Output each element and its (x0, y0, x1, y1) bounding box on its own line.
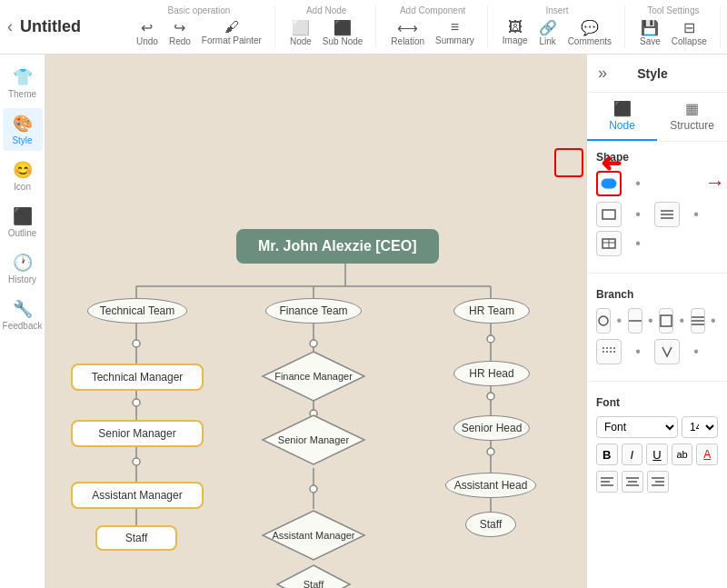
canvas[interactable]: Mr. John Alexzie [CEO] Technical Team Fi… (45, 55, 586, 588)
technical-manager-node[interactable]: Technical Manager (71, 364, 204, 391)
underline-button[interactable]: U (646, 443, 668, 465)
tab-node[interactable]: ⬛ Node (587, 93, 657, 141)
side-panel: 👕 Theme 🎨 Style 😊 Icon ⬛ Outline 🕐 Histo… (0, 55, 45, 588)
align-left-button[interactable] (596, 471, 618, 493)
branch-more-2[interactable]: • (646, 308, 656, 334)
assistant-head-node[interactable]: Assistant Head (445, 473, 536, 498)
link-button[interactable]: 🔗 Link (535, 17, 561, 48)
divider-2 (587, 381, 727, 382)
hr-team-node[interactable]: HR Team (453, 298, 530, 324)
align-center-button[interactable] (622, 471, 643, 493)
branch-btn-4[interactable] (691, 308, 705, 334)
hr-team-label: HR Team (469, 304, 514, 317)
font-select[interactable]: Font (596, 416, 678, 438)
ceo-text: Mr. John Alexzie [CEO] (258, 238, 417, 254)
bold-button[interactable]: B (596, 443, 618, 465)
branch-more-4[interactable]: • (709, 308, 719, 334)
finance-staff-diamond-container[interactable]: Staff (275, 563, 352, 588)
feedback-label: Feedback (3, 321, 43, 331)
panel-toggle-button[interactable]: » (598, 64, 607, 83)
senior-head-node[interactable]: Senior Head (453, 415, 530, 441)
branch-btn-1[interactable] (596, 308, 611, 334)
sidebar-item-icon[interactable]: 😊 Icon (3, 154, 43, 197)
collapse-button[interactable]: ⊟ Collapse (668, 17, 711, 48)
senior-manager-node[interactable]: Senior Manager (71, 420, 204, 447)
node-button[interactable]: ⬜ Node (286, 17, 315, 48)
branch-more-5[interactable]: • (625, 339, 651, 364)
redo-button[interactable]: ↪ Redo (165, 17, 194, 48)
link-icon: 🔗 (539, 19, 557, 36)
back-button[interactable]: ‹ (7, 17, 13, 36)
italic-button[interactable]: I (622, 443, 643, 465)
toolbar-group-tool-settings: Tool Settings 💾 Save ⊟ Collapse (627, 5, 721, 48)
relation-button[interactable]: ⟷ Relation (387, 17, 428, 48)
shape-more-btn[interactable]: • (625, 171, 651, 196)
svg-point-26 (487, 335, 494, 343)
branch-btn-2[interactable] (628, 308, 642, 334)
finance-senior-diamond-container[interactable]: Senior Manager (261, 414, 366, 466)
align-right-button[interactable] (647, 471, 669, 493)
undo-button[interactable]: ↩ Undo (133, 17, 162, 48)
divider-1 (587, 273, 727, 274)
finance-manager-diamond-container[interactable]: Finance Manager (261, 350, 366, 403)
technical-manager-label: Technical Manager (92, 371, 184, 384)
shape-btn-4-more[interactable]: • (625, 231, 651, 256)
branch-section: Branch • • • (587, 279, 727, 375)
node-label: Node (290, 36, 312, 46)
font-size-select[interactable]: 14 (682, 416, 718, 438)
format-painter-button[interactable]: 🖌 Format Painter (198, 17, 265, 48)
staff-node-hr[interactable]: Staff (465, 512, 516, 537)
font-row: Font 14 (596, 416, 718, 438)
strikethrough-button[interactable]: ab (672, 443, 693, 465)
toolbar-group-add-component: Add Component ⟷ Relation ≡ Summary (378, 5, 488, 48)
finance-team-node[interactable]: Finance Team (265, 298, 362, 324)
ceo-node[interactable]: Mr. John Alexzie [CEO] (236, 229, 439, 264)
undo-icon: ↩ (141, 19, 153, 36)
shape-btn-table[interactable] (596, 231, 622, 256)
branch-btn-5[interactable] (596, 339, 622, 364)
font-color-button[interactable]: A (696, 443, 718, 465)
toolbar-groups: Basic operation ↩ Undo ↪ Redo 🖌 Format P… (124, 5, 721, 48)
branch-btn-6[interactable] (654, 339, 680, 364)
technical-team-node[interactable]: Technical Team (87, 298, 187, 324)
sidebar-item-style[interactable]: 🎨 Style (3, 108, 43, 151)
save-button[interactable]: 💾 Save (636, 17, 664, 48)
align-row (596, 471, 718, 493)
finance-assistant-diamond-container[interactable]: Assistant Manager (261, 509, 366, 562)
undo-label: Undo (136, 36, 158, 46)
branch-more-1[interactable]: • (614, 308, 624, 334)
structure-tab-icon: ▦ (685, 100, 699, 117)
collapse-icon: ⊟ (683, 19, 695, 36)
summary-label: Summary (435, 35, 474, 45)
sidebar-item-theme[interactable]: 👕 Theme (3, 62, 43, 105)
sidebar-item-feedback[interactable]: 🔧 Feedback (3, 294, 43, 336)
svg-point-6 (133, 340, 140, 347)
add-node-label: Add Node (306, 5, 346, 15)
branch-btn-3[interactable] (659, 308, 673, 334)
image-button[interactable]: 🖼 Image (499, 17, 532, 48)
shape-btn-3-more[interactable]: • (683, 202, 709, 227)
sidebar-item-history[interactable]: 🕐 History (3, 247, 43, 290)
shape-btn-rect[interactable] (596, 202, 622, 227)
shape-btn-2-more[interactable]: • (625, 202, 651, 227)
style-label: Style (12, 135, 32, 145)
sidebar-item-outline[interactable]: ⬛ Outline (3, 201, 43, 244)
branch-title: Branch (596, 288, 718, 301)
shape-btn-line[interactable] (654, 202, 680, 227)
image-icon: 🖼 (508, 19, 523, 35)
theme-icon: 👕 (13, 67, 33, 87)
sub-node-button[interactable]: ⬛ Sub Node (319, 17, 366, 48)
branch-more-6[interactable]: • (683, 339, 709, 364)
history-label: History (8, 274, 36, 284)
comments-button[interactable]: 💬 Comments (564, 17, 615, 48)
staff-node-tech[interactable]: Staff (95, 525, 177, 551)
shape-btn-active[interactable] (596, 171, 622, 196)
branch-more-3[interactable]: • (677, 308, 687, 334)
assistant-manager-node[interactable]: Assistant Manager (71, 482, 204, 509)
summary-button[interactable]: ≡ Summary (432, 17, 478, 48)
hr-head-node[interactable]: HR Head (453, 361, 530, 386)
insert-label: Insert (545, 5, 568, 15)
save-label: Save (640, 36, 661, 46)
tab-structure[interactable]: ▦ Structure (657, 93, 727, 141)
relation-label: Relation (391, 36, 424, 46)
